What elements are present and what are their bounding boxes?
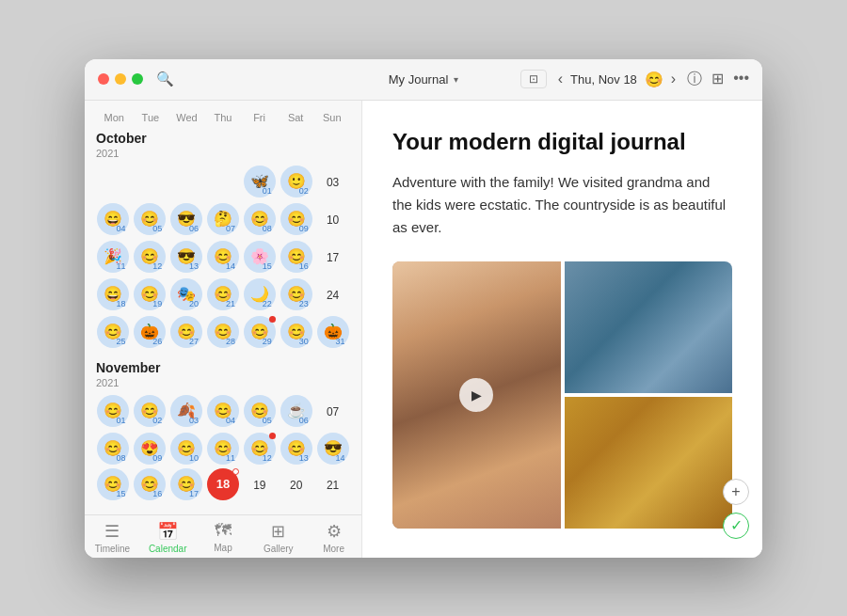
calendar-day-oct-27[interactable]: 😊27 [170,316,202,348]
tab-gallery[interactable]: ⊞ Gallery [250,521,306,554]
calendar-day-oct-28[interactable]: 😊28 [207,316,239,348]
sidebar: Mon Tue Wed Thu Fri Sat Sun October 2021 [85,101,362,558]
calendar-header: Mon Tue Wed Thu Fri Sat Sun [96,110,350,125]
calendar-day-oct-11[interactable]: 🎉11 [97,241,129,273]
calendar-day-nov-06[interactable]: ☕06 [280,395,312,427]
day-header-wed: Wed [168,110,205,125]
calendar-day-nov-22[interactable]: 22 [96,506,130,514]
calendar-day-oct-08[interactable]: 😊08 [244,203,276,235]
day-header-sun: Sun [313,110,350,125]
calendar-day-oct-26[interactable]: 🎃26 [134,316,166,348]
more-options-icon[interactable]: ••• [733,70,749,89]
calendar-day-oct-20[interactable]: 🎭20 [170,278,202,310]
timeline-label: Timeline [95,544,130,554]
calendar-day-nov-08[interactable]: 😊08 [97,433,129,465]
calendar-day-nov-14[interactable]: 😎14 [317,433,349,465]
calendar-day-nov-11[interactable]: 😊11 [207,433,239,465]
info-icon[interactable]: ⓘ [687,70,702,89]
calendar-day-oct-03[interactable]: 03 [316,166,350,199]
calendar-day-oct-07[interactable]: 🤔07 [207,203,239,235]
photo-coffee[interactable] [565,261,733,393]
calendar-day-oct-12[interactable]: 😊12 [134,241,166,273]
calendar-day-nov-15[interactable]: 😊15 [97,468,129,500]
calendar-day-nov-02[interactable]: 😊02 [134,395,166,427]
search-icon[interactable]: 🔍 [156,71,174,87]
calendar-day-nov-13[interactable]: 😊13 [280,433,312,465]
calendar-day-nov-10[interactable]: 😊10 [170,433,202,465]
journal-dropdown-icon[interactable]: ▾ [454,74,458,85]
calendar-day-nov-07[interactable]: 07 [316,395,350,429]
tab-timeline[interactable]: ☰ Timeline [85,521,140,554]
main-content: Your modern digital journal Adventure wi… [362,101,762,558]
calendar-area: Mon Tue Wed Thu Fri Sat Sun October 2021 [85,101,361,514]
calendar-day-nov-03[interactable]: 🍂03 [170,395,202,427]
calendar-label: Calendar [149,544,187,554]
photo-grid: ▶ [392,261,732,529]
calendar-day-oct-17[interactable]: 17 [316,241,350,275]
calendar-day-oct-02[interactable]: 🙂02 [280,166,312,197]
calendar-day-oct-06[interactable]: 😎06 [170,203,202,235]
nav-prev-button[interactable]: ‹ [558,71,563,87]
calendar-day-nov-01[interactable]: 😊01 [97,395,129,427]
calendar-day-oct-24[interactable]: 24 [316,278,350,312]
calendar-day-nov-16[interactable]: 😊16 [134,468,166,500]
gallery-icon: ⊞ [271,521,285,542]
gallery-label: Gallery [264,544,294,554]
calendar-day-oct-14[interactable]: 😊14 [207,241,239,273]
calendar-day-oct-05[interactable]: 😊05 [134,203,166,235]
calendar-day-nov-19[interactable]: 19 [243,468,277,502]
calendar-day-nov-21[interactable]: 21 [316,468,350,502]
add-entry-button[interactable]: + [723,479,749,505]
calendar-day-oct-21[interactable]: 😊21 [207,278,239,310]
calendar-day-oct-23[interactable]: 😊23 [280,278,312,310]
photo-cat[interactable] [565,397,733,529]
calendar-day-nov-20[interactable]: 20 [280,468,313,502]
calendar-day-nov-12[interactable]: 😊12 [244,433,276,465]
november-label: November [96,360,350,375]
calendar-day-nov-25[interactable]: 25 [206,506,240,514]
content-area: Mon Tue Wed Thu Fri Sat Sun October 2021 [85,101,762,558]
calendar-day-oct-18[interactable]: 😄18 [97,278,129,310]
calendar-day-nov-27[interactable]: 26 [280,506,313,514]
maximize-button[interactable] [132,73,143,85]
calendar-day-oct-25[interactable]: 😊25 [97,316,129,348]
calendar-day-nov-05[interactable]: 😊05 [244,395,276,427]
minimize-button[interactable] [115,73,126,85]
journal-title: My Journal [389,72,449,87]
calendar-day-oct-22[interactable]: 🌙22 [244,278,276,310]
nav-next-button[interactable]: › [671,71,676,87]
calendar-day-nov-18-today[interactable]: 18 [207,468,239,500]
calendar-day-oct-09[interactable]: 😊09 [280,203,312,235]
calendar-day-oct-19[interactable]: 😊19 [134,278,166,310]
tab-more[interactable]: ⚙ More [306,521,361,554]
done-button[interactable]: ✓ [723,513,749,539]
calendar-day-nov-28[interactable]: 28 [316,506,350,514]
photo-family[interactable]: ▶ [392,261,561,529]
calendar-day-oct-13[interactable]: 😎13 [170,241,202,273]
close-button[interactable] [98,73,109,85]
calendar-day-nov-09[interactable]: 😍09 [134,433,166,465]
titlebar: 🔍 My Journal ▾ ⊡ ‹ Thu, Nov 18 😊 › ⓘ ⊞ •… [85,59,762,101]
calendar-day-oct-30[interactable]: 😊30 [280,316,312,348]
tab-calendar[interactable]: 📅 Calendar [140,521,196,554]
filter-icon[interactable]: ⊞ [711,70,724,89]
calendar-day-nov-26[interactable]: 26 [243,506,277,514]
calendar-day-oct-04[interactable]: 😄04 [97,203,129,235]
day-header-mon: Mon [96,110,133,125]
app-window: 🔍 My Journal ▾ ⊡ ‹ Thu, Nov 18 😊 › ⓘ ⊞ •… [85,59,762,558]
titlebar-center: My Journal ▾ [389,72,459,87]
calendar-day-oct-10[interactable]: 10 [316,203,350,237]
play-button[interactable]: ▶ [459,378,493,412]
calendar-day-oct-16[interactable]: 😊16 [280,241,312,273]
journal-entry-title: Your modern digital journal [392,127,732,156]
calendar-day-oct-01[interactable]: 🦋01 [244,166,276,197]
calendar-day-oct-31[interactable]: 🎃31 [317,316,349,348]
calendar-day-nov-24[interactable]: 24 [169,506,203,514]
calendar-day-oct-29[interactable]: 😊29 [244,316,276,348]
tab-map[interactable]: 🗺 Map [196,521,251,554]
calendar-day-oct-15[interactable]: 🌸15 [244,241,276,273]
calendar-day-nov-23[interactable]: 23 [133,506,167,514]
calendar-day-nov-04[interactable]: 😊04 [207,395,239,427]
calendar-day-nov-17[interactable]: 😊17 [170,468,202,500]
split-view-button[interactable]: ⊡ [520,70,547,88]
